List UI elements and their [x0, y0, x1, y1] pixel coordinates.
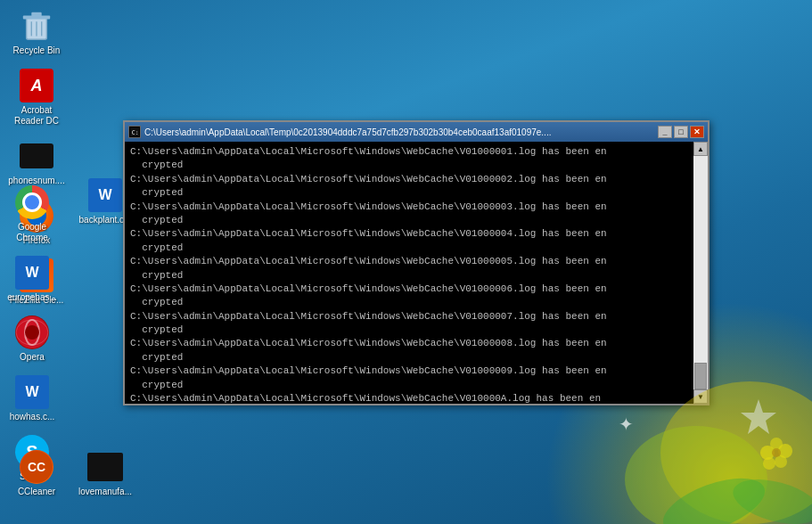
desktop-icons-col3: Google Chrome W europebas... Opera W how: [0, 181, 64, 486]
desktop-icon-europebas[interactable]: W europebas...: [0, 251, 64, 307]
scrollbar-thumb[interactable]: [694, 363, 707, 389]
desktop-icon-recycle-bin[interactable]: Recycle Bin: [4, 4, 69, 60]
svg-point-9: [25, 325, 39, 340]
svg-point-20: [775, 455, 787, 468]
ccleaner-icon-img: CC: [19, 449, 54, 485]
word-icon-backplant: W: [88, 178, 122, 212]
europebas-label: europebas...: [7, 292, 57, 303]
scrollbar-track[interactable]: [693, 156, 708, 389]
chrome-label: Google Chrome: [4, 222, 61, 243]
svg-point-17: [760, 446, 775, 460]
chrome-icon-img: [14, 184, 50, 220]
opera-icon-img: [14, 315, 50, 350]
desktop-icon-google-chrome[interactable]: Google Chrome: [0, 181, 64, 247]
desktop-icons-bottom: CC CCleaner lovemanufa...: [0, 441, 142, 505]
svg-point-15: [625, 426, 767, 524]
cmd-content[interactable]: C:\Users\admin\AppData\Local\Microsoft\W…: [125, 142, 693, 404]
scrollbar-up-button[interactable]: ▲: [693, 142, 708, 156]
svg-point-22: [772, 448, 781, 457]
desktop-icon-acrobat[interactable]: Acrobat Reader DC: [4, 64, 69, 130]
word-icon-howhas: W: [15, 375, 49, 409]
svg-marker-16: [741, 399, 776, 434]
cmd-small-icon: C:: [128, 126, 141, 138]
minimize-button[interactable]: _: [658, 126, 672, 138]
cmd-title-text: C:\Users\admin\AppData\Local\Temp\0c2013…: [144, 127, 551, 137]
svg-point-18: [770, 438, 783, 450]
acrobat-icon-img: [19, 68, 54, 103]
ccleaner-label: CCleaner: [18, 487, 55, 497]
desktop-icon-howhas[interactable]: W howhas.c...: [0, 371, 64, 426]
recycle-bin-icon-img: [19, 8, 54, 44]
howhas-label: howhas.c...: [10, 412, 55, 422]
europebas-icon-img: W: [14, 255, 50, 291]
svg-text:C:: C:: [132, 129, 139, 136]
black-rect-icon: [87, 453, 123, 481]
svg-text:CC: CC: [28, 460, 45, 474]
svg-point-23: [656, 467, 772, 524]
recycle-bin-label: Recycle Bin: [13, 45, 61, 56]
desktop-icon-ccleaner[interactable]: CC CCleaner: [4, 446, 69, 501]
opera-label: Opera: [20, 352, 45, 363]
lovemanuf-icon-img: [87, 449, 123, 485]
acrobat-icon: [20, 69, 53, 102]
backplant-icon-img: W: [87, 177, 123, 213]
phonesnum-icon-img: [19, 138, 54, 174]
maximize-button[interactable]: □: [674, 126, 688, 138]
desktop-icon-opera[interactable]: Opera: [0, 311, 64, 366]
close-button[interactable]: ✕: [690, 126, 704, 138]
cmd-body: C:\Users\admin\AppData\Local\Microsoft\W…: [125, 142, 708, 404]
cmd-window: C: C:\Users\admin\AppData\Local\Temp\0c2…: [123, 120, 709, 405]
cmd-title-left: C: C:\Users\admin\AppData\Local\Temp\0c2…: [128, 126, 551, 138]
svg-point-19: [778, 444, 792, 458]
star-decoration: ✦: [619, 413, 634, 435]
cmd-scrollbar[interactable]: ▲ ▼: [693, 142, 708, 404]
howhas-icon-img: W: [14, 374, 50, 410]
desktop-icon-lovemanuf[interactable]: lovemanufa...: [73, 446, 137, 501]
opera-icon: [15, 315, 49, 349]
ccleaner-icon: CC: [20, 450, 53, 484]
cmd-titlebar[interactable]: C: C:\Users\admin\AppData\Local\Temp\0c2…: [125, 122, 708, 142]
word-icon-europebas: W: [15, 256, 49, 290]
svg-point-24: [728, 471, 812, 524]
acrobat-label: Acrobat Reader DC: [8, 105, 65, 127]
svg-point-21: [763, 457, 775, 470]
svg-rect-2: [31, 12, 41, 17]
scrollbar-down-button[interactable]: ▼: [693, 389, 708, 404]
recycle-bin-icon: [20, 9, 53, 43]
lovemanuf-label: lovemanufa...: [78, 487, 132, 497]
chrome-icon: [15, 185, 49, 219]
phone-icon: [20, 143, 53, 168]
cmd-controls: _ □ ✕: [658, 126, 704, 138]
